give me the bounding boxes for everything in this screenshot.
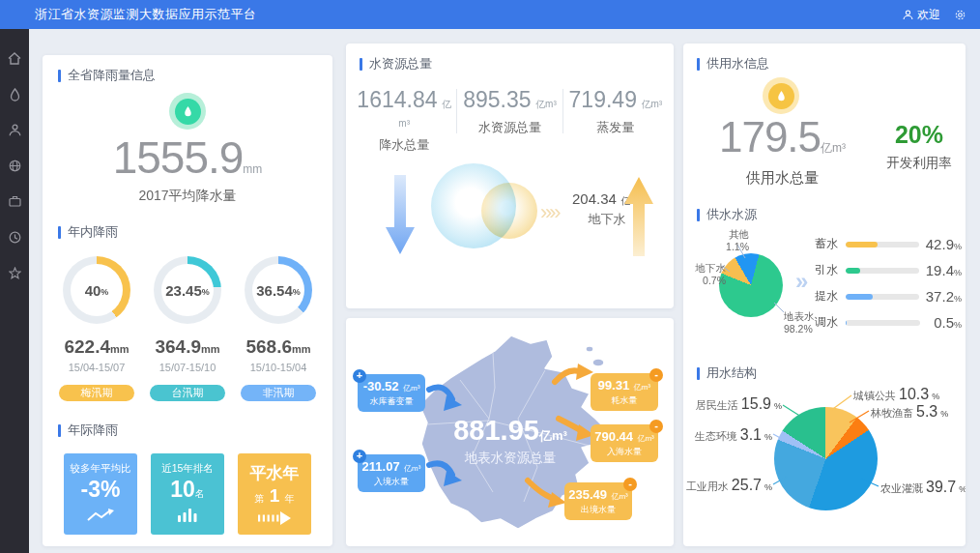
callout-value: 211.07 [362,459,400,474]
slice-pct: 5.3 [916,403,937,421]
interannual-cards: 较多年平均比 -3% 近15年排名 10名 平水年 第 1 年 [43,453,332,535]
annual-rain-title-text: 年内降雨 [68,223,118,241]
period-unit: mm [201,343,220,355]
sidebar-item-star[interactable] [9,267,21,281]
slice-pct: 25.7 [732,477,762,494]
slice-pct: 98.2 [784,323,803,335]
title-accent-bar [58,70,61,82]
dashed-arrow-icon [238,511,311,527]
sources-legend: 蓄水 42.9% 引水 19.4% 提水 37.2% 调水 0. [815,236,962,331]
percent-sign: % [202,287,210,297]
card-label: 近15年排名 [151,462,224,476]
supply-sources-chart: 其他 1.1% 地下水 0.7% 地表水 98.2% » 蓄水 42.9% 引水 [683,223,966,364]
callout-label: 耗水量 [592,394,656,407]
title-accent-bar [360,58,362,71]
slice-pct: 1.1 [726,241,740,252]
legend-row-diversion: 引水 19.4% [815,262,962,278]
user-welcome[interactable]: 欢迎 [903,7,940,23]
sources-section-title: 供水水源 [697,206,966,223]
callout-consumed-water: - 99.31 亿m³ 耗水量 [591,373,658,411]
callout-label: 水库蓄变量 [360,395,423,408]
minus-badge-icon: - [623,478,637,491]
donut-pct: 23.45 [165,282,202,299]
rain-period-donuts: 40% 622.4mm 15/04-15/07 梅汛期 23.45% 364.9… [43,256,332,401]
slice-name: 其他 [703,228,749,241]
callout-label: 入海水量 [592,446,656,458]
annual-rain-section-title: 年内降雨 [58,223,332,241]
user-icon [903,10,913,20]
sources-title-text: 供水水源 [706,206,757,223]
sidebar-item-water[interactable] [10,88,20,102]
rate-value: 20% [875,121,964,149]
percent-sign: % [101,287,108,297]
donut-col-plum-season: 40% 622.4mm 15/04-15/07 梅汛期 [54,256,139,401]
plus-badge-icon: + [353,450,366,463]
slice-name: 农业灌溉 [880,481,923,496]
usage-label-agriculture: 农业灌溉39.7% [880,479,966,496]
avg-precipitation-label: 2017平均降水量 [43,188,332,205]
percent-sign: % [803,323,812,335]
supply-drop-badge [763,77,799,114]
sources-pie-chart [719,253,783,317]
donut-chart-nonflood: 36.54% [245,256,312,324]
surface-total-value: 881.95 [453,415,539,446]
sidebar-item-briefcase[interactable] [9,195,21,210]
trend-line-icon [64,508,137,523]
sidebar-item-globe[interactable] [9,160,21,174]
callout-value: 99.31 [598,378,630,393]
legend-value: 19.4 [926,262,954,278]
rainfall-panel: 全省降雨量信息 1555.9mm 2017平均降水量 年内降雨 40% 622.… [43,55,332,546]
stat-value: 895.35 [463,87,531,112]
minus-badge-icon: - [649,368,663,382]
slice-name: 工业用水 [686,480,729,494]
title-accent-bar [697,58,700,71]
callout-outbound-water: - 235.49 亿m³ 出境水量 [564,482,632,520]
card-label: 较多年平均比 [64,462,137,476]
resources-title-text: 水资源总量 [369,55,432,73]
down-arrow-icon [385,175,416,256]
ground-water-bubble [481,183,537,239]
stat-unit: 亿m³ [535,99,557,109]
sidebar-item-clock[interactable] [9,231,21,246]
donut-chart-typhoon: 23.45% [154,256,221,324]
plus-badge-icon: + [353,369,366,383]
water-resources-panel: 水资源总量 1614.84 亿m³ 降水总量 895.35 亿m³ 水资源总量 … [346,44,674,308]
percent-sign: % [717,275,726,286]
callout-inbound-water: + 211.07 亿m³ 入境水量 [358,454,425,492]
slice-pct: 39.7 [926,479,956,496]
card-value: 10 [170,477,195,502]
title-accent-bar [58,226,61,239]
legend-name: 引水 [815,262,842,278]
slice-name: 生态环境 [695,429,737,444]
slice-name: 地下水 [683,262,726,275]
percent-sign: % [940,409,948,419]
rate-label: 开发利用率 [875,155,964,172]
surface-water-total: 881.95亿m³ 地表水资源总量 [428,415,592,467]
card-value: -3% [64,477,137,503]
donut-pct: 40 [85,282,101,299]
sidebar-item-home[interactable] [8,52,21,67]
utilization-rate: 20% 开发利用率 [875,121,964,172]
stat-label: 蒸发量 [563,119,668,136]
resource-stats: 1614.84 亿m³ 降水总量 895.35 亿m³ 水资源总量 719.49… [346,87,674,154]
top-header: 浙江省水资源监测大数据应用示范平台 欢迎 [0,0,980,29]
callout-value: 790.44 [594,429,633,444]
supply-total-label: 供用水总量 [683,169,881,188]
donut-col-typhoon-season: 23.45% 364.9mm 15/07-15/10 台汛期 [145,256,230,401]
supply-title-text: 供用水信息 [706,55,769,73]
up-arrow-icon [623,177,654,256]
callout-value: -30.52 [363,379,399,393]
legend-row-pumping: 提水 37.2% [815,288,962,305]
slice-pct: 15.9 [741,395,771,413]
gear-icon[interactable] [954,9,966,21]
percent-sign: % [959,484,966,494]
legend-fill [846,294,873,300]
resources-section-title: 水资源总量 [360,55,674,73]
card-prefix: 第 [254,493,264,504]
period-range: 15/04-15/07 [54,362,139,373]
rain-drop-badge [169,93,206,130]
sidebar-item-user[interactable] [9,124,21,138]
interannual-section-title: 年际降雨 [58,422,332,439]
chevron-right-icon: » [795,268,808,295]
period-unit: mm [292,343,311,355]
